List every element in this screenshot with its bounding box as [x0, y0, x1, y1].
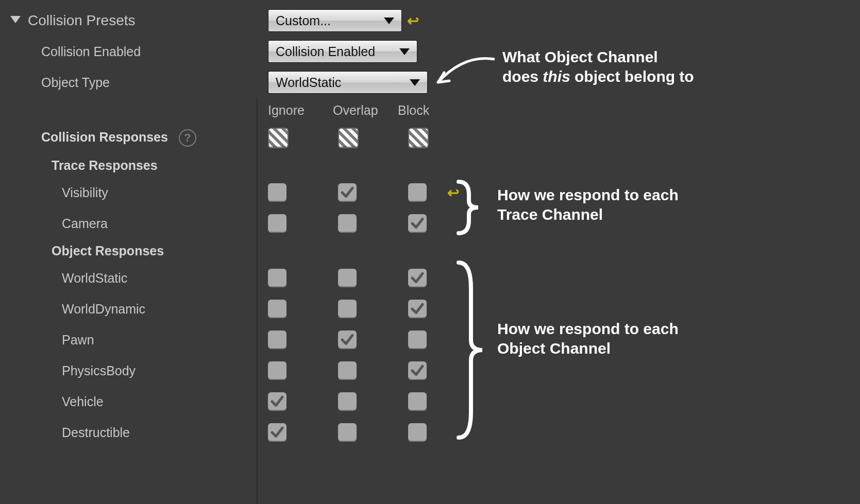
collision-enabled-dropdown[interactable]: Collision Enabled	[268, 40, 417, 63]
section-header-row: Collision Presets Custom... ↩	[10, 5, 860, 36]
trace-overlap-checkbox[interactable]	[338, 214, 357, 233]
object-ignore-checkbox[interactable]	[268, 300, 286, 318]
object-block-checkbox[interactable]	[408, 423, 427, 442]
chevron-down-icon	[399, 48, 410, 55]
object-ignore-checkbox[interactable]	[268, 361, 286, 380]
object-overlap-checkbox[interactable]	[338, 331, 357, 349]
expand-collision-presets[interactable]: Collision Presets	[10, 12, 268, 29]
object-row: PhysicsBody	[10, 355, 860, 386]
object-ignore-checkbox[interactable]	[268, 392, 286, 411]
object-ignore-checkbox[interactable]	[268, 331, 286, 349]
object-ignore-checkbox[interactable]	[268, 423, 286, 442]
brace-icon	[453, 257, 490, 443]
object-block-checkbox[interactable]	[408, 361, 427, 380]
object-row: Pawn	[10, 324, 860, 355]
collision-responses-title: Collision Responses	[41, 130, 168, 144]
object-overlap-checkbox[interactable]	[338, 300, 357, 318]
trace-row: Camera	[10, 208, 860, 239]
object-label: WorldDynamic	[10, 302, 268, 317]
all-ignore-checkbox[interactable]	[268, 128, 289, 148]
object-type-value: WorldStatic	[276, 75, 341, 90]
object-overlap-checkbox[interactable]	[338, 269, 357, 287]
trace-label: Camera	[10, 216, 268, 231]
all-block-checkbox[interactable]	[408, 128, 429, 148]
trace-ignore-checkbox[interactable]	[268, 183, 286, 202]
object-overlap-checkbox[interactable]	[338, 361, 357, 380]
object-type-dropdown[interactable]: WorldStatic	[268, 71, 428, 94]
col-ignore-label: Ignore	[268, 103, 333, 118]
object-responses-heading-row: Object Responses	[10, 239, 860, 263]
object-responses-heading: Object Responses	[10, 244, 268, 258]
trace-row: Visibility↩	[10, 177, 860, 208]
object-ignore-checkbox[interactable]	[268, 269, 286, 287]
annotation-object-channel-response: How we respond to eachObject Channel	[497, 319, 679, 358]
collision-panel: Collision Presets Custom... ↩ Collision …	[0, 0, 860, 504]
preset-dropdown[interactable]: Custom...	[268, 9, 402, 32]
triangle-down-icon	[10, 16, 21, 23]
brace-icon	[453, 179, 484, 236]
object-label: PhysicsBody	[10, 363, 268, 378]
object-overlap-checkbox[interactable]	[338, 392, 357, 411]
object-label: WorldStatic	[10, 271, 268, 286]
section-title: Collision Presets	[28, 12, 136, 29]
object-block-checkbox[interactable]	[408, 392, 427, 411]
annotation-trace-channel: How we respond to eachTrace Channel	[497, 185, 679, 224]
trace-block-checkbox[interactable]	[408, 214, 427, 233]
object-label: Vehicle	[10, 394, 268, 409]
trace-responses-heading: Trace Responses	[10, 158, 268, 173]
annotation-object-channel: What Object Channel does this object bel…	[502, 47, 694, 86]
trace-overlap-checkbox[interactable]	[338, 183, 357, 202]
object-row: WorldDynamic	[10, 293, 860, 324]
trace-block-checkbox[interactable]	[408, 183, 427, 202]
col-overlap-label: Overlap	[333, 103, 398, 118]
object-block-checkbox[interactable]	[408, 331, 427, 349]
help-icon[interactable]: ?	[179, 129, 196, 147]
object-row: Destructible	[10, 417, 860, 448]
object-block-checkbox[interactable]	[408, 300, 427, 318]
object-block-checkbox[interactable]	[408, 269, 427, 287]
collision-enabled-value: Collision Enabled	[276, 44, 375, 59]
revert-icon[interactable]: ↩	[407, 12, 419, 29]
trace-label: Visibility	[10, 185, 268, 200]
arrow-icon	[433, 54, 500, 90]
object-row: WorldStatic	[10, 263, 860, 293]
column-divider	[257, 98, 258, 504]
collision-enabled-label: Collision Enabled	[10, 44, 268, 59]
object-overlap-checkbox[interactable]	[338, 423, 357, 442]
trace-responses-heading-row: Trace Responses	[10, 153, 860, 177]
trace-ignore-checkbox[interactable]	[268, 214, 286, 233]
chevron-down-icon	[384, 18, 394, 24]
object-label: Destructible	[10, 425, 268, 440]
object-type-label: Object Type	[10, 75, 268, 90]
response-columns-header: Ignore Overlap Block	[10, 98, 860, 123]
col-block-label: Block	[398, 103, 463, 118]
all-overlap-checkbox[interactable]	[338, 128, 359, 148]
preset-dropdown-value: Custom...	[276, 13, 331, 28]
object-row: Vehicle	[10, 386, 860, 417]
chevron-down-icon	[410, 79, 420, 86]
collision-responses-row: Collision Responses ?	[10, 123, 860, 153]
object-label: Pawn	[10, 333, 268, 347]
